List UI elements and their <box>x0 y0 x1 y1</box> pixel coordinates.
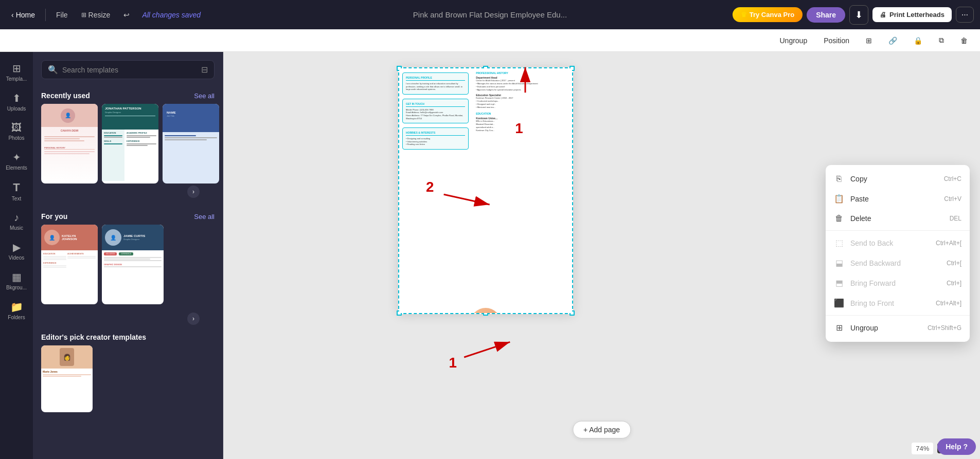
sidebar-item-photos[interactable]: 🖼 Photos <box>2 118 31 145</box>
zoom-level: 74% <box>912 443 933 454</box>
bring-forward-label: Bring Forward <box>850 279 940 287</box>
sidebar-item-uploads[interactable]: ⬆ Uploads <box>2 88 31 116</box>
trash-icon: 🗑 <box>960 36 968 45</box>
context-menu: ⎘ Copy Ctrl+C 📋 Paste Ctrl+V 🗑 Delete DE… <box>826 165 970 342</box>
position-label: Position <box>824 36 849 45</box>
sidebar-item-music[interactable]: ♪ Music <box>2 208 31 235</box>
template-card-marie[interactable]: 👩 Marie Jones <box>41 345 93 412</box>
sidebar-item-templates[interactable]: ⊞ Templa... <box>2 58 31 86</box>
get-in-touch-section: Get In Touch Mobile Phone: (123) 456 789… <box>402 99 469 123</box>
duplicate-icon: ⧉ <box>939 36 944 45</box>
align-icon-button[interactable]: ⊞ <box>862 34 876 47</box>
copy-icon: ⎘ <box>834 174 844 183</box>
ungroup-button[interactable]: Ungroup <box>775 34 811 47</box>
add-page-button[interactable]: + Add page <box>573 421 631 438</box>
send-to-back-menu-item[interactable]: ⬚ Send to Back Ctrl+Alt+[ <box>826 233 970 253</box>
copy-shortcut: Ctrl+C <box>944 175 961 182</box>
sidebar-item-elements[interactable]: ✦ Elements <box>2 147 31 175</box>
template-card-teal-resume[interactable]: JONATHAN PATTERSON Graphic Designer EDUC… <box>102 104 158 183</box>
duplicate-icon-button[interactable]: ⧉ <box>935 34 948 47</box>
resume-left-column: Personal Profile I am a teacher by train… <box>399 68 472 313</box>
try-pro-button[interactable]: ♛ Try Canva Pro <box>733 7 803 22</box>
background-label: Bkgrou... <box>6 285 27 290</box>
sidebar-item-text[interactable]: T Text <box>2 177 31 206</box>
divider-1 <box>45 9 46 21</box>
bring-to-front-menu-item[interactable]: ⬛ Bring to Front Ctrl+Alt+] <box>826 293 970 313</box>
videos-label: Videos <box>9 255 24 261</box>
see-all-for-you[interactable]: See all <box>194 213 215 221</box>
for-you-header: For you See all <box>33 208 223 225</box>
try-pro-label: Try Canva Pro <box>750 11 794 19</box>
template-card-jamie[interactable]: 👤 JAMIE CURTIS Graphic Designer EDUCATIO… <box>102 225 164 304</box>
sidebar-item-folders[interactable]: 📁 Folders <box>2 297 31 324</box>
send-backward-icon: ⬓ <box>834 258 844 268</box>
ungroup-menu-item[interactable]: ⊞ Ungroup Ctrl+Shift+G <box>826 318 970 338</box>
for-you-section: 👤 KATELYN JOHNSON EDUCATION <box>33 225 223 329</box>
recently-used-next[interactable]: › <box>187 186 200 198</box>
undo-button[interactable]: ↩ <box>118 8 135 22</box>
secondary-toolbar: Ungroup Position ⊞ 🔗 🔒 ⧉ 🗑 <box>0 29 980 52</box>
print-button[interactable]: 🖨 Print Letterheads <box>872 7 952 22</box>
position-button[interactable]: Position <box>819 34 853 47</box>
editors-pick-title: Editor's pick creator templates <box>41 333 146 341</box>
canvas-area[interactable]: Personal Profile I am a teacher by train… <box>223 52 980 459</box>
paste-icon: 📋 <box>834 194 844 204</box>
link-icon-button[interactable]: 🔗 <box>884 34 901 47</box>
bring-forward-shortcut: Ctrl+] <box>947 280 961 287</box>
ungroup-ctx-label: Ungroup <box>850 324 921 332</box>
bring-to-front-shortcut: Ctrl+Alt+] <box>936 300 961 307</box>
sidebar-item-videos[interactable]: ▶ Videos <box>2 237 31 265</box>
document-page: Personal Profile I am a teacher by train… <box>398 67 573 314</box>
send-to-back-label: Send to Back <box>850 239 930 247</box>
help-button[interactable]: Help ? <box>937 438 976 455</box>
print-label: Print Letterheads <box>889 11 945 19</box>
send-backward-shortcut: Ctrl+[ <box>947 260 961 267</box>
send-backward-label: Send Backward <box>850 259 940 267</box>
personal-profile-section: Personal Profile I am a teacher by train… <box>402 72 469 95</box>
ungroup-label: Ungroup <box>779 36 807 45</box>
template-card-katelyn[interactable]: 👤 KATELYN JOHNSON EDUCATION <box>41 225 98 304</box>
copy-menu-item[interactable]: ⎘ Copy Ctrl+C <box>826 169 970 189</box>
saved-status: All changes saved <box>142 11 201 19</box>
templates-panel: 🔍 ⊟ Recently used See all 👤 <box>33 52 223 459</box>
for-you-next[interactable]: › <box>187 313 200 325</box>
print-icon: 🖨 <box>880 11 886 19</box>
file-button[interactable]: File <box>51 8 73 22</box>
lock-icon: 🔒 <box>914 36 922 45</box>
professional-history-section: Professional History Department Head Cen… <box>476 71 568 109</box>
delete-menu-item[interactable]: 🗑 Delete DEL <box>826 209 970 228</box>
download-button[interactable]: ⬇ <box>849 5 868 25</box>
topbar-right: ♛ Try Canva Pro Share ⬇ 🖨 Print Letterhe… <box>733 5 974 25</box>
trash-icon-button[interactable]: 🗑 <box>956 34 972 47</box>
elements-icon: ✦ <box>12 151 21 163</box>
send-backward-menu-item[interactable]: ⬓ Send Backward Ctrl+[ <box>826 253 970 273</box>
recently-used-section: 👤 CAHAYA DEWI PERSONAL HISTORY <box>33 104 223 208</box>
folders-icon: 📁 <box>10 301 23 313</box>
more-button[interactable]: ⋯ <box>956 7 974 23</box>
paste-menu-item[interactable]: 📋 Paste Ctrl+V <box>826 189 970 209</box>
left-sidebar: ⊞ Templa... ⬆ Uploads 🖼 Photos ✦ Element… <box>0 52 33 459</box>
file-label: File <box>56 11 68 19</box>
bring-forward-menu-item[interactable]: ⬒ Bring Forward Ctrl+] <box>826 273 970 293</box>
resize-icon: ⊞ <box>81 11 86 19</box>
filter-button[interactable]: ⊟ <box>201 65 208 75</box>
see-all-recently[interactable]: See all <box>194 92 215 100</box>
share-button[interactable]: Share <box>807 7 845 23</box>
add-page-label: + Add page <box>583 426 620 434</box>
text-icon: T <box>13 181 20 194</box>
template-card-blue[interactable]: NAME Job Title <box>163 104 219 183</box>
search-input[interactable] <box>62 66 197 74</box>
more-icon: ⋯ <box>961 11 968 19</box>
copy-label: Copy <box>850 175 938 183</box>
lock-icon-button[interactable]: 🔒 <box>910 34 926 47</box>
for-you-grid: 👤 KATELYN JOHNSON EDUCATION <box>33 225 223 313</box>
templates-label: Templa... <box>6 76 27 82</box>
home-button[interactable]: ‹ Home <box>6 8 40 22</box>
document-title: Pink and Brown Flat Design Employee Edu.… <box>413 10 567 19</box>
music-label: Music <box>10 225 23 231</box>
topbar: ‹ Home File ⊞ Resize ↩ All changes saved… <box>0 0 980 29</box>
template-card-pink-resume[interactable]: 👤 CAHAYA DEWI PERSONAL HISTORY <box>41 104 98 183</box>
resize-button[interactable]: ⊞ Resize <box>76 8 116 22</box>
align-icon: ⊞ <box>866 36 872 45</box>
sidebar-item-background[interactable]: ▦ Bkgrou... <box>2 267 31 295</box>
